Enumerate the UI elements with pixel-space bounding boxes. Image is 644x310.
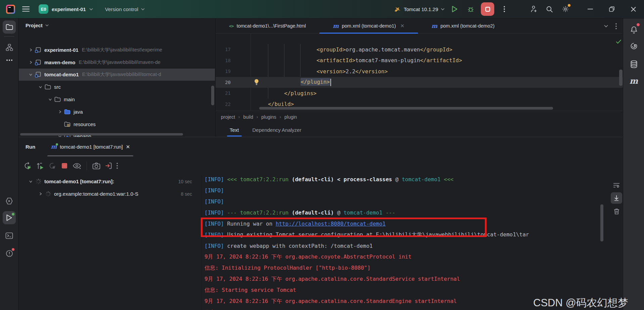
hidden-tabs-chevron-icon[interactable] <box>604 25 608 28</box>
close-icon[interactable]: ✕ <box>400 23 405 29</box>
editor-options-kebab-icon[interactable] <box>615 23 617 29</box>
tree-item-resources[interactable]: resources <box>19 118 215 130</box>
run-tab[interactable]: m tomcat-demo1 [tomcat7:run] ✕ <box>47 137 133 156</box>
run-tree-label: org.example:tomcat-demo1:war:1.0-S <box>54 191 138 197</box>
minimize-button[interactable] <box>584 3 596 15</box>
soft-wrap-button[interactable] <box>611 180 622 191</box>
line-number: 18 <box>216 58 231 63</box>
more-actions-button[interactable] <box>498 3 510 15</box>
project-widget[interactable]: E0 experiment-01 <box>39 4 93 14</box>
chevron-right-icon[interactable] <box>29 61 33 64</box>
view-tab-text[interactable]: Text <box>229 124 240 136</box>
editor-area: <>tomcat-demo1\...\FirstPage.htmlmpom.xm… <box>215 18 623 137</box>
tree-item-tomcat-demo1[interactable]: tomcat-demo1E:\bilibili大学\javawebbilibil… <box>19 69 215 81</box>
exit-icon[interactable] <box>105 162 112 169</box>
rerun-with-build-icon[interactable] <box>36 162 44 170</box>
editor-tab[interactable]: mpom.xml (tomcat-demo1)✕ <box>319 18 418 33</box>
source-folder-icon <box>64 109 71 115</box>
bell-icon <box>630 26 638 34</box>
inspections-ok-check-icon[interactable] <box>616 39 622 44</box>
breadcrumb-item[interactable]: plugin <box>284 114 297 120</box>
tree-item-label: main <box>64 96 75 102</box>
titlebar: E0 experiment-01 Version control Tomcat … <box>0 0 644 18</box>
structure-tool-button[interactable] <box>3 41 16 54</box>
line-number: 17 <box>216 47 231 52</box>
run-config-selector[interactable]: Tomcat 10.1.29 <box>394 6 445 12</box>
more-tool-windows-button[interactable] <box>3 53 16 67</box>
chevron-down-icon <box>45 24 49 27</box>
maximize-restore-button[interactable] <box>606 3 618 15</box>
thread-dump-camera-icon[interactable] <box>92 162 100 169</box>
main-menu-button[interactable] <box>20 3 32 15</box>
editor-hscrollbar[interactable] <box>259 107 553 110</box>
search-everywhere-button[interactable] <box>543 3 555 15</box>
tree-item-maven-demo[interactable]: maven-demoE:\bilibili大学\javawebbilibili\… <box>19 56 215 69</box>
run-options-kebab-icon[interactable] <box>117 163 118 169</box>
chevron-down-icon[interactable] <box>48 98 52 101</box>
run-console[interactable]: [INFO] <<< tomcat7:2.2:run (default-cli)… <box>201 174 623 310</box>
tree-item-main[interactable]: main <box>19 93 215 106</box>
clear-console-button[interactable] <box>611 205 622 217</box>
code-editor[interactable]: 17 <groupId>org.apache.tomcat.maven</gro… <box>216 34 623 111</box>
breadcrumb-item[interactable]: project <box>221 114 235 120</box>
tree-item-src[interactable]: src <box>19 81 215 93</box>
code-with-me-button[interactable] <box>527 3 539 15</box>
run-tool-button[interactable] <box>3 211 16 224</box>
chevron-down-icon <box>141 8 145 10</box>
close-icon[interactable]: ✕ <box>126 144 130 150</box>
problems-error-dot <box>12 248 14 251</box>
monitor-eye-icon[interactable] <box>73 162 81 169</box>
editor-vscrollbar[interactable] <box>619 70 623 86</box>
notifications-button[interactable] <box>627 23 640 36</box>
chevron-down-icon[interactable] <box>29 73 33 76</box>
chevron-right-icon[interactable] <box>39 192 42 196</box>
project-tool-button[interactable] <box>3 21 16 34</box>
editor-tab-label: pom.xml (tomcat-demo2) <box>441 23 495 29</box>
breadcrumb-item[interactable]: plugins <box>261 114 276 120</box>
scroll-to-end-button[interactable] <box>611 192 622 204</box>
console-line: [INFO] <box>204 185 224 196</box>
console-line: 9月 17, 2024 8:22:16 下午 org.apache.coyote… <box>204 251 411 263</box>
maven-tool-button[interactable]: m <box>627 74 640 87</box>
watermark: CSDN @码农幻想梦 <box>533 296 628 310</box>
tree-item-label: maven-demo <box>44 60 76 65</box>
console-vscrollbar[interactable] <box>600 204 603 241</box>
debug-button[interactable] <box>465 3 477 15</box>
tree-item-experiment-01[interactable]: experiment-01E:\bilibili大学\javabilibili\… <box>19 44 215 56</box>
chevron-down-icon[interactable] <box>39 85 42 89</box>
view-tab-dependency-analyzer[interactable]: Dependency Analyzer <box>252 124 302 136</box>
run-button[interactable] <box>449 3 461 15</box>
console-line: 信息: Starting service Tomcat <box>204 285 296 296</box>
ai-assistant-button[interactable] <box>627 39 640 52</box>
stop-button[interactable] <box>481 2 494 16</box>
settings-button[interactable] <box>559 3 571 15</box>
run-toolbar <box>19 156 202 175</box>
breadcrumb-item[interactable]: build <box>243 114 253 120</box>
chevron-right-icon[interactable] <box>58 110 62 114</box>
project-hscrollbar[interactable] <box>20 133 183 135</box>
problems-tool-button[interactable] <box>3 247 16 260</box>
terminal-tool-button[interactable] <box>3 229 16 242</box>
vcs-widget[interactable]: Version control <box>105 6 145 12</box>
settings-notification-dot <box>568 4 570 7</box>
tree-item-java[interactable]: java <box>19 106 215 118</box>
chevron-right-icon[interactable] <box>29 48 33 52</box>
rerun-icon[interactable] <box>24 162 32 170</box>
project-vscrollbar[interactable] <box>211 86 214 105</box>
editor-tab[interactable]: mpom.xml (tomcat-demo2) <box>418 18 508 33</box>
chevron-down-icon[interactable] <box>29 180 33 183</box>
close-icon <box>631 7 636 12</box>
run-tree-item[interactable]: tomcat-demo1 [tomcat7:run]:10 sec <box>19 175 201 188</box>
editor-tab[interactable]: <>tomcat-demo1\...\FirstPage.html <box>216 18 319 33</box>
spinner-icon <box>36 179 41 184</box>
database-button[interactable] <box>627 57 640 71</box>
stop-icon[interactable] <box>61 162 68 169</box>
run-tree-item[interactable]: org.example:tomcat-demo1:war:1.0-S8 sec <box>19 188 201 200</box>
services-tool-button[interactable] <box>3 194 16 207</box>
resume-disabled-icon[interactable] <box>48 162 56 170</box>
strip-divider <box>4 36 14 37</box>
project-panel-header[interactable]: Project <box>26 23 49 28</box>
project-name: experiment-01 <box>52 6 86 12</box>
close-button[interactable] <box>627 3 639 15</box>
console-line: [INFO] <<< tomcat7:2.2:run (default-cli)… <box>204 174 454 185</box>
